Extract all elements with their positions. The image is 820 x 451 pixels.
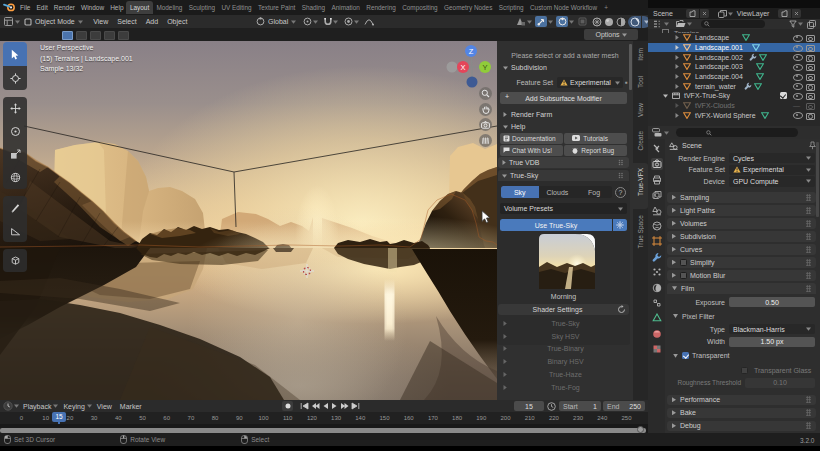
svg-text:Z: Z [469,47,474,56]
svg-text:X: X [460,63,465,72]
svg-text:Y: Y [482,63,487,72]
